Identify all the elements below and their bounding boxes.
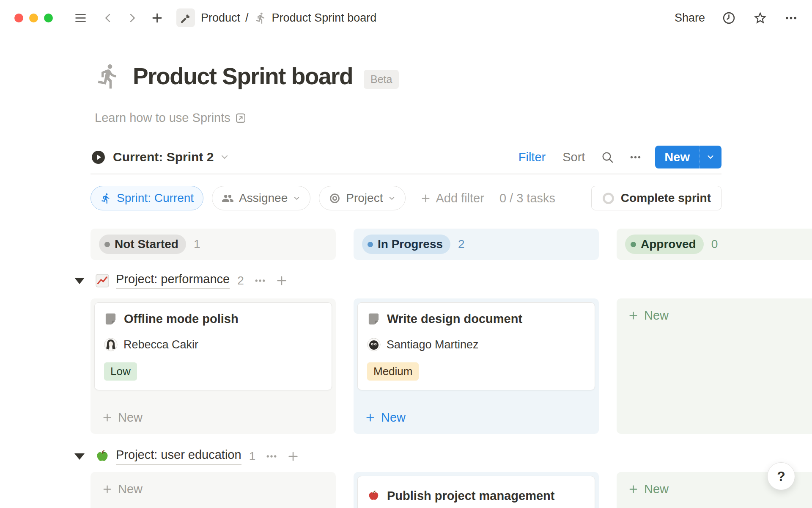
collapse-triangle-icon[interactable] bbox=[74, 278, 85, 284]
view-options-icon[interactable] bbox=[629, 151, 642, 163]
toolbar-divider bbox=[91, 174, 721, 174]
group-label[interactable]: Project: performance bbox=[116, 272, 230, 289]
beta-badge: Beta bbox=[364, 70, 399, 89]
green-apple-icon bbox=[95, 449, 110, 464]
chart-increasing-icon bbox=[95, 273, 110, 288]
assignee-filter-chip[interactable]: Assignee bbox=[212, 186, 310, 210]
new-card-button[interactable]: New bbox=[91, 472, 336, 504]
plus-icon bbox=[420, 193, 431, 204]
red-apple-icon bbox=[367, 489, 380, 502]
project-filter-chip[interactable]: Project bbox=[319, 186, 406, 210]
kanban-board: Not Started 1 In Progress 2 Approved 0 P… bbox=[91, 229, 812, 508]
filter-button[interactable]: Filter bbox=[518, 150, 546, 164]
page-icon bbox=[367, 312, 380, 326]
runner-page-icon[interactable] bbox=[95, 63, 122, 90]
column-count: 1 bbox=[194, 237, 200, 251]
sprint-filter-chip[interactable]: Sprint: Current bbox=[91, 186, 203, 210]
task-card-publish-project-management[interactable]: Publish project management bbox=[357, 476, 595, 508]
hammer-icon[interactable] bbox=[176, 8, 195, 27]
task-card-offline-mode-polish[interactable]: Offline mode polish Rebecca Cakir Low bbox=[94, 302, 332, 390]
new-card-label: New bbox=[118, 482, 143, 496]
search-icon[interactable] bbox=[601, 151, 614, 164]
new-card-button[interactable]: New bbox=[617, 298, 812, 330]
plus-icon bbox=[628, 483, 639, 495]
column-count: 0 bbox=[711, 237, 718, 251]
maximize-window-button[interactable] bbox=[44, 14, 53, 22]
current-sprint-view-tab[interactable]: Current: Sprint 2 bbox=[91, 149, 230, 165]
group-add-icon[interactable] bbox=[275, 274, 288, 287]
status-pill-not-started[interactable]: Not Started bbox=[99, 235, 186, 254]
minimize-window-button[interactable] bbox=[29, 14, 38, 22]
clock-history-icon[interactable] bbox=[722, 11, 736, 25]
column-label: In Progress bbox=[378, 237, 443, 251]
view-toolbar: Current: Sprint 2 Filter Sort New bbox=[91, 143, 721, 171]
chevron-down-icon bbox=[219, 152, 230, 162]
project-filter-label: Project bbox=[346, 191, 383, 205]
avatar-santiago bbox=[367, 338, 381, 351]
forward-icon[interactable] bbox=[126, 12, 138, 24]
page-header: Product Sprint board Beta bbox=[95, 63, 399, 90]
add-filter-label: Add filter bbox=[436, 191, 484, 205]
learn-link[interactable]: Learn how to use Sprints bbox=[95, 111, 247, 125]
new-task-button[interactable]: New bbox=[655, 146, 721, 168]
view-label: Current: Sprint 2 bbox=[113, 150, 214, 164]
group-options-icon[interactable] bbox=[266, 450, 277, 462]
chevron-down-icon bbox=[388, 194, 396, 202]
collapse-triangle-icon[interactable] bbox=[74, 453, 85, 460]
group-count: 1 bbox=[249, 450, 256, 463]
assignee-name: Santiago Martinez bbox=[387, 338, 479, 351]
sort-button[interactable]: Sort bbox=[562, 150, 585, 164]
status-dot bbox=[631, 242, 636, 247]
more-options-icon[interactable] bbox=[785, 11, 798, 25]
group-add-icon[interactable] bbox=[287, 450, 299, 463]
new-task-button-label[interactable]: New bbox=[655, 146, 699, 168]
breadcrumb-current[interactable]: Product Sprint board bbox=[272, 11, 377, 25]
cell-approved-performance: New bbox=[617, 298, 812, 434]
page-title[interactable]: Product Sprint board bbox=[133, 63, 353, 90]
new-card-label: New bbox=[644, 309, 669, 323]
help-button[interactable]: ? bbox=[767, 462, 795, 490]
column-in-progress-header: In Progress 2 bbox=[354, 229, 599, 260]
external-link-icon bbox=[235, 112, 247, 124]
status-dot bbox=[104, 242, 110, 247]
add-filter-button[interactable]: Add filter bbox=[420, 191, 484, 205]
task-card-write-design-document[interactable]: Write design document Santiago Martinez … bbox=[357, 302, 595, 390]
new-card-label: New bbox=[118, 411, 143, 425]
new-page-icon[interactable] bbox=[151, 11, 164, 25]
avatar-rebecca bbox=[104, 338, 118, 351]
close-window-button[interactable] bbox=[14, 14, 23, 22]
plus-icon bbox=[102, 483, 113, 495]
new-card-button[interactable]: New bbox=[354, 403, 599, 434]
runner-icon bbox=[100, 193, 112, 204]
filter-bar: Sprint: Current Assignee Project Add fil… bbox=[91, 185, 721, 211]
breadcrumb-separator: / bbox=[245, 11, 249, 25]
complete-sprint-button[interactable]: Complete sprint bbox=[591, 186, 721, 210]
status-pill-in-progress[interactable]: In Progress bbox=[362, 235, 450, 254]
card-title: Offline mode polish bbox=[124, 312, 239, 326]
sidebar-toggle-icon[interactable] bbox=[74, 11, 87, 25]
top-bar-actions: Share bbox=[675, 11, 798, 25]
cell-in-progress-performance: Write design document Santiago Martinez … bbox=[354, 298, 599, 434]
star-favorite-icon[interactable] bbox=[753, 11, 768, 25]
group-label[interactable]: Project: user education bbox=[116, 448, 241, 465]
play-circle-icon bbox=[91, 149, 106, 165]
top-bar: Product / Product Sprint board Share bbox=[0, 0, 812, 36]
group-options-icon[interactable] bbox=[254, 275, 266, 287]
window-controls bbox=[14, 14, 53, 22]
back-icon[interactable] bbox=[102, 12, 114, 24]
runner-icon bbox=[255, 12, 267, 24]
new-card-button[interactable]: New bbox=[91, 403, 336, 434]
new-task-dropdown-icon[interactable] bbox=[699, 146, 721, 168]
priority-tag: Medium bbox=[367, 362, 419, 381]
status-pill-approved[interactable]: Approved bbox=[625, 235, 704, 254]
progress-ring-icon bbox=[602, 192, 615, 205]
cell-not-started-user-education: New bbox=[91, 472, 336, 508]
share-button[interactable]: Share bbox=[675, 11, 705, 25]
column-approved-header: Approved 0 bbox=[617, 229, 812, 260]
plus-icon bbox=[365, 412, 376, 423]
new-card-label: New bbox=[381, 411, 406, 425]
breadcrumb-parent[interactable]: Product bbox=[201, 11, 240, 25]
cell-not-started-performance: Offline mode polish Rebecca Cakir Low Ne… bbox=[91, 298, 336, 434]
complete-sprint-label: Complete sprint bbox=[621, 191, 711, 205]
new-card-label: New bbox=[644, 482, 669, 496]
